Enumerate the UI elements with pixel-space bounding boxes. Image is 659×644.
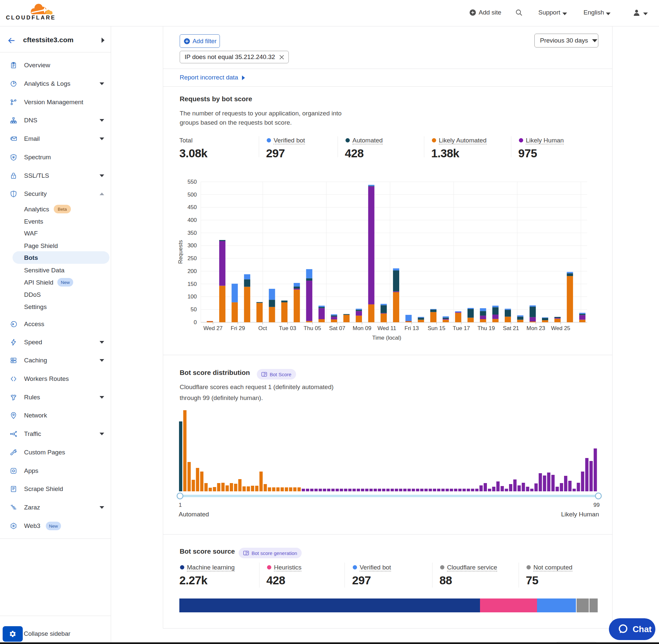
svg-text:Sat 21: Sat 21: [503, 325, 519, 331]
svg-text:Requests: Requests: [178, 240, 184, 264]
svg-text:Thu 05: Thu 05: [304, 325, 321, 331]
svg-text:Tue 17: Tue 17: [453, 325, 470, 331]
svg-text:99: 99: [593, 502, 600, 508]
svg-text:Wed 27: Wed 27: [204, 325, 222, 331]
svg-text:50: 50: [191, 306, 197, 313]
svg-text:Fri 13: Fri 13: [404, 325, 419, 331]
svg-text:450: 450: [188, 204, 197, 210]
svg-text:0: 0: [194, 319, 197, 325]
svg-text:Mon 23: Mon 23: [526, 325, 545, 331]
svg-text:CLOUDFLARE: CLOUDFLARE: [6, 15, 56, 20]
svg-text:500: 500: [188, 191, 197, 198]
svg-text:150: 150: [188, 281, 197, 287]
svg-text:Tue 03: Tue 03: [279, 325, 296, 331]
svg-text:Time (local): Time (local): [372, 335, 401, 341]
svg-text:Likely Human: Likely Human: [561, 511, 599, 518]
svg-text:Automated: Automated: [179, 511, 209, 518]
svg-text:300: 300: [188, 243, 197, 249]
svg-text:Thu 19: Thu 19: [477, 325, 495, 331]
svg-text:100: 100: [188, 294, 197, 300]
svg-text:Sat 07: Sat 07: [329, 325, 345, 331]
svg-text:Mon 09: Mon 09: [353, 325, 372, 331]
svg-text:550: 550: [188, 179, 197, 185]
svg-text:Wed 25: Wed 25: [551, 325, 570, 331]
svg-text:Oct: Oct: [258, 325, 267, 331]
svg-text:250: 250: [188, 255, 197, 261]
svg-text:350: 350: [188, 230, 197, 236]
svg-text:1: 1: [179, 502, 182, 508]
svg-text:Fri 29: Fri 29: [231, 325, 245, 331]
svg-text:Wed 11: Wed 11: [377, 325, 396, 331]
svg-text:Sun 15: Sun 15: [428, 325, 445, 331]
svg-text:400: 400: [188, 217, 197, 223]
svg-text:200: 200: [188, 268, 197, 274]
